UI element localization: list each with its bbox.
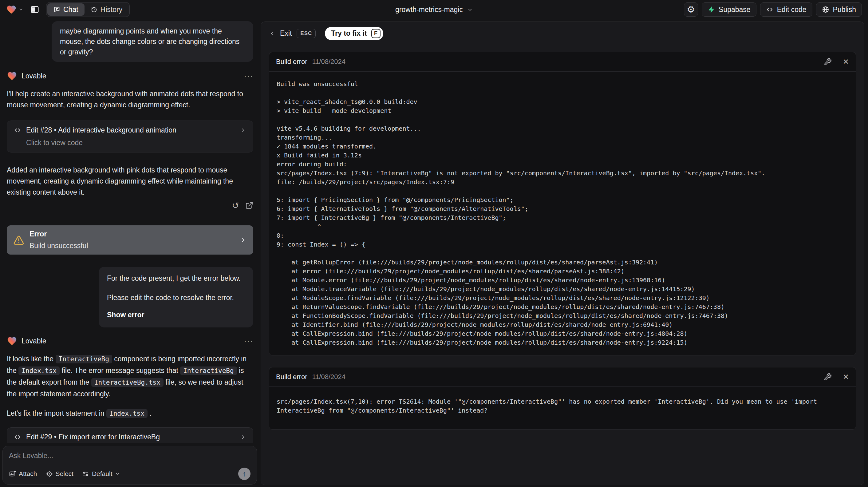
assistant-paragraph: It looks like the InteractiveBg componen… bbox=[7, 353, 253, 400]
build-error-date: 11/08/2024 bbox=[312, 373, 345, 381]
edit-code-label: Edit code bbox=[777, 5, 807, 14]
project-name: growth-metrics-magic bbox=[395, 5, 463, 14]
warning-triangle-icon bbox=[13, 235, 24, 245]
f-key-badge: F bbox=[371, 29, 380, 38]
topbar: Chat History growth-metrics-magic ⚙ Supa… bbox=[0, 0, 868, 19]
assistant-name: Lovable bbox=[22, 72, 46, 80]
text-segment: It looks like the bbox=[7, 355, 56, 363]
lovable-heart-icon bbox=[6, 4, 17, 15]
message-actions: ↺ bbox=[7, 202, 253, 210]
wrench-icon[interactable] bbox=[824, 373, 832, 381]
tab-chat-label: Chat bbox=[63, 5, 79, 14]
chevron-down-icon bbox=[467, 7, 473, 12]
exit-button[interactable]: Exit ESC bbox=[269, 29, 316, 38]
edit-card-title: Edit #29 • Fix import error for Interact… bbox=[26, 433, 160, 441]
exit-label: Exit bbox=[280, 29, 292, 37]
assistant-paragraph: Added an interactive background with pin… bbox=[7, 164, 253, 198]
publish-button[interactable]: Publish bbox=[816, 2, 862, 17]
try-to-fix-button[interactable]: Try to fix it F bbox=[325, 27, 383, 40]
show-error-link[interactable]: Show error bbox=[107, 310, 245, 320]
restore-icon[interactable]: ↺ bbox=[232, 202, 239, 210]
build-error-log: Build was unsuccessful > vite_react_shad… bbox=[269, 72, 856, 355]
assistant-paragraph: Let's fix the import statement in Index.… bbox=[7, 408, 253, 419]
build-error-card: Build error 11/08/2024 ✕ Build was unsuc… bbox=[269, 52, 856, 356]
user-message-line: Please edit the code to resolve the erro… bbox=[107, 293, 245, 303]
panel-left-icon bbox=[30, 5, 39, 14]
select-button[interactable]: Select bbox=[46, 470, 73, 478]
inline-code: InteractiveBg bbox=[56, 355, 112, 363]
wrench-icon[interactable] bbox=[824, 58, 832, 66]
esc-key-badge: ESC bbox=[297, 29, 316, 38]
assistant-header: Lovable ··· bbox=[7, 336, 253, 346]
target-icon bbox=[46, 470, 53, 478]
sliders-icon bbox=[82, 470, 89, 478]
fix-panel-body: Build error 11/08/2024 ✕ Build was unsuc… bbox=[261, 45, 864, 485]
attach-button[interactable]: Attach bbox=[9, 470, 37, 478]
composer: Ask Lovable... Attach Select Default ↑ bbox=[2, 446, 257, 485]
edit-card-28[interactable]: Edit #28 • Add interactive background an… bbox=[7, 121, 253, 152]
build-error-card: Build error 11/08/2024 ✕ src/pages/Index… bbox=[269, 367, 856, 429]
lovable-heart-icon bbox=[7, 336, 17, 346]
publish-label: Publish bbox=[833, 5, 856, 14]
edit-code-button[interactable]: Edit code bbox=[760, 2, 812, 17]
build-error-header: Build error 11/08/2024 ✕ bbox=[269, 52, 856, 72]
chevron-down-icon bbox=[19, 7, 23, 12]
edit-card-title: Edit #28 • Add interactive background an… bbox=[26, 126, 177, 134]
chevron-down-icon bbox=[115, 471, 120, 476]
mode-dropdown[interactable]: Default bbox=[82, 470, 120, 478]
inline-code: Index.tsx bbox=[19, 366, 60, 375]
attach-label: Attach bbox=[19, 470, 37, 478]
tab-history[interactable]: History bbox=[85, 3, 129, 16]
edit-card-29[interactable]: Edit #29 • Fix import error for Interact… bbox=[7, 427, 253, 443]
code-brackets-icon bbox=[14, 127, 21, 134]
user-message: maybe diagramming points and when you mo… bbox=[52, 21, 253, 62]
send-button[interactable]: ↑ bbox=[238, 468, 250, 480]
view-switcher: Chat History bbox=[46, 2, 130, 17]
more-options-icon[interactable]: ··· bbox=[244, 337, 253, 345]
assistant-paragraph: I'll help create an interactive backgrou… bbox=[7, 88, 253, 110]
lovable-heart-icon bbox=[7, 71, 17, 81]
lovable-logo-menu[interactable] bbox=[6, 4, 23, 15]
attach-image-icon bbox=[9, 470, 16, 478]
chevron-right-icon bbox=[240, 237, 247, 243]
settings-button[interactable]: ⚙ bbox=[684, 2, 698, 17]
supabase-label: Supabase bbox=[719, 5, 751, 14]
code-brackets-icon bbox=[14, 433, 21, 441]
more-options-icon[interactable]: ··· bbox=[244, 72, 253, 80]
gear-icon: ⚙ bbox=[687, 5, 695, 14]
close-icon[interactable]: ✕ bbox=[843, 373, 849, 381]
chat-scroll-area[interactable]: maybe diagramming points and when you mo… bbox=[0, 19, 260, 443]
user-message: For the code present, I get the error be… bbox=[99, 267, 253, 328]
fix-panel: Exit ESC Try to fix it F Build error 11/… bbox=[261, 22, 864, 485]
tab-history-label: History bbox=[100, 5, 123, 14]
error-card[interactable]: Error Build unsuccessful bbox=[7, 225, 253, 254]
close-icon[interactable]: ✕ bbox=[843, 58, 849, 66]
code-brackets-icon bbox=[766, 6, 773, 13]
inline-code: InteractiveBg bbox=[180, 366, 237, 375]
chevron-left-icon bbox=[269, 30, 275, 37]
chat-input[interactable]: Ask Lovable... bbox=[9, 452, 250, 460]
arrow-up-icon: ↑ bbox=[243, 470, 246, 478]
inline-code: Index.tsx bbox=[106, 409, 148, 418]
chat-panel: maybe diagramming points and when you mo… bbox=[0, 19, 260, 487]
chevron-right-icon bbox=[240, 127, 246, 133]
fix-panel-header: Exit ESC Try to fix it F bbox=[261, 22, 864, 45]
mode-label: Default bbox=[92, 470, 113, 478]
try-to-fix-label: Try to fix it bbox=[331, 29, 367, 37]
text-segment: file. The error message suggests that bbox=[60, 366, 180, 374]
topbar-actions: ⚙ Supabase Edit code Publish bbox=[684, 2, 862, 17]
tab-chat[interactable]: Chat bbox=[47, 3, 85, 16]
inline-code: InteractiveBg.tsx bbox=[91, 378, 163, 387]
chat-bubble-icon bbox=[54, 6, 60, 13]
supabase-icon bbox=[708, 6, 715, 13]
assistant-header: Lovable ··· bbox=[7, 71, 253, 81]
edit-card-subtitle: Click to view code bbox=[26, 139, 246, 147]
sidebar-toggle-button[interactable] bbox=[28, 2, 42, 17]
build-error-title: Build error bbox=[276, 58, 307, 66]
supabase-button[interactable]: Supabase bbox=[702, 2, 756, 17]
open-preview-icon[interactable] bbox=[245, 202, 253, 209]
build-error-log: src/pages/Index.tsx(7,10): error TS2614:… bbox=[269, 387, 856, 429]
build-error-date: 11/08/2024 bbox=[312, 58, 345, 66]
text-segment: Let's fix the import statement in bbox=[7, 409, 106, 417]
project-selector[interactable]: growth-metrics-magic bbox=[395, 0, 473, 19]
